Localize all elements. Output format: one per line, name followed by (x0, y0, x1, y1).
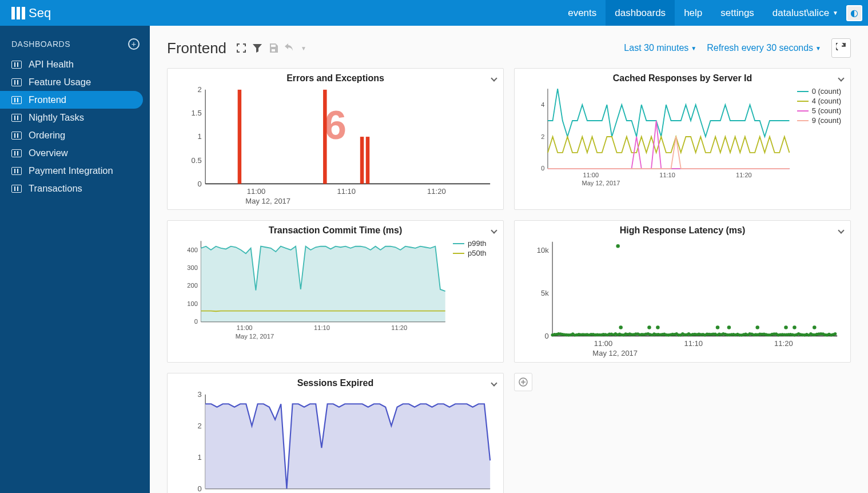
svg-text:11:10: 11:10 (684, 339, 703, 348)
sidebar-item-label: Ordering (29, 130, 65, 141)
refresh-button[interactable] (831, 38, 851, 58)
svg-text:1: 1 (197, 132, 201, 141)
svg-point-185 (619, 326, 622, 329)
undo-icon (285, 43, 294, 53)
nav-dashboards[interactable]: dashboards (606, 0, 675, 26)
chart-big-number: 6 (324, 102, 347, 148)
svg-text:11:00: 11:00 (247, 187, 266, 196)
svg-text:0.5: 0.5 (192, 156, 202, 165)
time-range-dropdown[interactable]: Last 30 minutes ▼ (624, 43, 696, 53)
sidebar-item-label: Frontend (29, 94, 66, 105)
chart-menu-button[interactable] (839, 225, 843, 234)
chevron-down-icon (491, 380, 497, 386)
user-label: datalust\alice (773, 7, 829, 19)
svg-point-184 (616, 244, 619, 248)
chart-menu-button[interactable] (492, 73, 496, 82)
sidebar-item-nightly-tasks[interactable]: Nightly Tasks (0, 109, 143, 126)
svg-text:11:20: 11:20 (736, 172, 752, 178)
svg-point-190 (755, 326, 759, 329)
dashboard-icon (11, 78, 22, 86)
svg-point-187 (656, 326, 659, 329)
chart-menu-button[interactable] (492, 225, 496, 234)
logo-bars-icon (11, 7, 25, 19)
sidebar-item-frontend[interactable]: Frontend (0, 91, 143, 109)
dashboard-icon (11, 167, 22, 175)
svg-text:2: 2 (541, 133, 544, 140)
page-title: Frontend (167, 39, 226, 57)
dashboard-icon (11, 149, 22, 157)
top-nav: events dashboards help settings (559, 0, 763, 26)
svg-text:May 12, 2017: May 12, 2017 (236, 333, 274, 340)
svg-text:11:00: 11:00 (583, 172, 599, 178)
sidebar-item-payment-integration[interactable]: Payment Integration (0, 162, 143, 180)
sidebar-item-api-health[interactable]: API Health (0, 55, 143, 73)
svg-text:2: 2 (197, 422, 201, 430)
svg-text:1: 1 (197, 453, 201, 462)
svg-text:May 12, 2017: May 12, 2017 (592, 349, 638, 357)
chevron-down-icon (838, 228, 844, 234)
svg-text:11:10: 11:10 (659, 172, 675, 178)
sidebar-item-label: Transactions (29, 183, 82, 194)
sidebar-item-overview[interactable]: Overview (0, 144, 143, 162)
svg-text:0: 0 (197, 180, 201, 188)
svg-point-189 (727, 326, 731, 329)
svg-text:2: 2 (197, 85, 201, 94)
sidebar-item-label: Payment Integration (29, 165, 113, 176)
svg-point-191 (784, 326, 787, 329)
plus-circle-icon (519, 377, 528, 387)
sidebar-item-feature-usage[interactable]: Feature Usage (0, 73, 143, 91)
svg-text:11:20: 11:20 (774, 339, 793, 348)
dashboard-icon (11, 185, 22, 193)
user-menu[interactable]: datalust\alice ▼ ◐ (763, 5, 868, 21)
refresh-icon (836, 43, 846, 53)
chevron-down-icon (491, 75, 497, 81)
dashboard-icon (11, 114, 22, 122)
chart-menu-button[interactable] (839, 73, 843, 82)
svg-text:0: 0 (544, 332, 548, 340)
chart-menu-button[interactable] (492, 378, 496, 387)
chart-title: Sessions Expired (297, 378, 373, 388)
chevron-down-icon: ▼ (815, 45, 821, 51)
svg-text:100: 100 (187, 300, 198, 307)
sidebar-item-label: Feature Usage (29, 77, 91, 88)
chevron-down-icon (838, 75, 844, 81)
chevron-down-icon: ▼ (691, 45, 696, 51)
refresh-interval-dropdown[interactable]: Refresh every 30 seconds ▼ (707, 43, 821, 53)
app-name: Seq (29, 6, 51, 21)
nav-help[interactable]: help (675, 0, 711, 26)
sidebar-item-transactions[interactable]: Transactions (0, 180, 143, 197)
fullscreen-icon[interactable] (237, 43, 246, 53)
svg-text:0: 0 (541, 165, 544, 172)
chart-plot: 02411:0011:1011:20May 12, 2017 (521, 84, 795, 188)
svg-point-192 (793, 326, 796, 329)
svg-point-183 (834, 332, 837, 335)
dashboard-icon (11, 96, 22, 104)
svg-point-188 (716, 326, 719, 329)
chevron-down-icon: ▼ (301, 45, 306, 51)
svg-text:300: 300 (187, 264, 198, 271)
chart-title: Errors and Exceptions (286, 73, 384, 84)
filter-icon[interactable] (253, 43, 262, 53)
svg-text:400: 400 (187, 247, 198, 253)
sidebar-item-ordering[interactable]: Ordering (0, 126, 143, 144)
add-dashboard-button[interactable]: + (128, 38, 140, 50)
svg-text:11:10: 11:10 (337, 187, 356, 196)
chart-card-errors: Errors and Exceptions600.511.5211:0011:1… (167, 68, 504, 210)
chart-title: Transaction Commit Time (ms) (269, 225, 403, 236)
app-logo[interactable]: Seq (0, 6, 62, 21)
sidebar-item-label: API Health (29, 59, 74, 70)
svg-text:11:20: 11:20 (391, 325, 407, 332)
sidebar-item-label: Nightly Tasks (29, 112, 84, 123)
svg-point-186 (647, 326, 651, 329)
svg-text:May 12, 2017: May 12, 2017 (582, 180, 620, 186)
chart-title: High Response Latency (ms) (620, 225, 746, 236)
time-range-label: Last 30 minutes (624, 43, 688, 53)
toolbar: ▼ (237, 43, 306, 53)
add-chart-button[interactable] (514, 373, 532, 391)
chart-card-txtime: Transaction Commit Time (ms)010020030040… (167, 220, 504, 362)
svg-text:200: 200 (187, 283, 198, 289)
nav-settings[interactable]: settings (711, 0, 763, 26)
svg-rect-14 (366, 137, 369, 184)
nav-events[interactable]: events (559, 0, 606, 26)
chevron-down-icon: ▼ (833, 10, 838, 16)
